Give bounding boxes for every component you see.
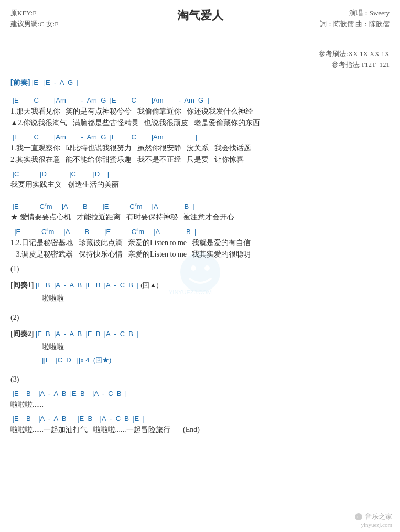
outro-chords1: |E B |A - A B |E B |A - C B |	[10, 389, 390, 399]
verse1-block1: |E C |Am - Am G |E C |Am - Am G | 1.那天我看…	[10, 95, 390, 129]
interlude2-section: [间奏2] |E B |A - A B |E B |A - C B | 啦啦啦 …	[10, 327, 390, 367]
interlude2-lyric: 啦啦啦	[42, 343, 64, 351]
chorus-block1: |E C♯m |A B |E C♯m |A B | ★ 爱情要要点心机 才能拉近…	[10, 202, 390, 224]
strumming: 参考刷法:XX 1X XX 1X	[10, 49, 390, 60]
interlude1-lyric: 啦啦啦	[42, 294, 64, 302]
performer-info: 演唱：Sweety 詞：陈歆儒 曲：陈歆儒	[320, 8, 390, 30]
interlude2-repeat: ||E |C D ||x 4 (回★)	[42, 356, 111, 364]
spacer2	[10, 308, 390, 312]
footer-url: yinyuezj.com	[354, 522, 392, 528]
page: 原KEY:F 建议男调:C 女:F 淘气爱人 演唱：Sweety 詞：陈歆儒 曲…	[0, 0, 400, 532]
divider1	[10, 73, 390, 73]
chorus-chords1: |E C♯m |A B |E C♯m |A B |	[10, 202, 390, 212]
interlude1-label: [间奏1]	[10, 281, 34, 289]
spacer3	[10, 370, 390, 374]
header: 原KEY:F 建议男调:C 女:F 淘气爱人 演唱：Sweety 詞：陈歆儒 曲…	[10, 8, 390, 45]
footer-icon: ♪	[354, 513, 363, 521]
divider2	[10, 92, 390, 92]
footer-logo-text: 音乐之家	[365, 513, 392, 520]
chorus-star: ★ 爱情要要点心机 才能拉近距离 有时要保持神秘 被注意才会开心	[10, 212, 390, 223]
intro-label: [前奏]	[10, 78, 30, 86]
chorus-chords2: |E C♯m |A B |E C♯m |A B |	[10, 227, 390, 237]
original-key: 原KEY:F	[10, 8, 58, 19]
outro-lyric1: 啦啦啦......	[10, 399, 390, 411]
fingering: 参考指法:T12T_121	[10, 60, 390, 71]
interlude1-chords: |E B |A - A B |E B |A - C B |	[36, 281, 139, 289]
interlude2-label: [间奏2]	[10, 330, 34, 338]
verse1-block3: |C |D |C |D | 我要用实践主义 创造生活的美丽	[10, 169, 390, 191]
ref-info: 参考刷法:XX 1X XX 1X 参考指法:T12T_121	[10, 49, 390, 71]
chorus-note1: (1)	[10, 263, 390, 275]
verse1-chords2: |E C |Am - Am G |E C |Am |	[10, 132, 390, 142]
suggested-key: 建议男调:C 女:F	[10, 19, 58, 30]
interlude2-chords: |E B |A - A B |E B |A - C B |	[36, 330, 139, 338]
verse1-chords3: |C |D |C |D |	[10, 169, 390, 180]
verse1-lyrics1a: 1.那天我看见你 笑的是有点神秘兮兮 我偷偷靠近你 你还说我发什么神经	[10, 106, 390, 117]
svg-text:♪: ♪	[356, 515, 359, 519]
verse1-block2: |E C |Am - Am G |E C |Am | 1.我一直观察你 邱比特也…	[10, 132, 390, 165]
singer: 演唱：Sweety	[320, 8, 390, 19]
outro-block1: |E B |A - A B |E B |A - C B | 啦啦啦......	[10, 389, 390, 411]
lyricist: 詞：陈歆儒 曲：陈歆儒	[320, 19, 390, 30]
interlude1-section: [间奏1] |E B |A - A B |E B |A - C B | (回▲)…	[10, 279, 390, 305]
interlude1-line: [间奏1] |E B |A - A B |E B |A - C B | (回▲)	[10, 279, 390, 292]
interlude1-end: (回▲)	[140, 281, 159, 289]
note2: (2)	[10, 312, 390, 324]
outro-block2: |E B |A - A B |E B |A - C B |E | 啦啦啦....…	[10, 414, 390, 436]
footer: ♪ 音乐之家 yinyuezj.com	[354, 512, 392, 528]
verse1-lyrics2b: 2.其实我很在意 能不能给你甜蜜乐趣 我不是不正经 只是要 让你惊喜	[10, 154, 390, 165]
intro-section: [前奏] |E |E - A G |	[10, 77, 390, 88]
verse1-lyrics2a: 1.我一直观察你 邱比特也说我很努力 虽然你很安静 没关系 我会找话题	[10, 142, 390, 154]
chorus-lyrics1a: 1.2.日记是秘密基地 珍藏彼此点滴 亲爱的Listen to me 我就是爱的…	[10, 237, 390, 249]
outro-lyric2: 啦啦啦......一起加油打气 啦啦啦......一起冒险旅行 (End)	[10, 424, 390, 436]
verse1-lyrics1b: ▲2.你说我很淘气 满脑都是些古怪精灵 也说我很顽皮 老是爱偷藏你的东西	[10, 117, 390, 129]
note3: (3)	[10, 374, 390, 385]
key-info: 原KEY:F 建议男调:C 女:F	[10, 8, 58, 30]
chorus-lyrics1b: 3.调皮是秘密武器 保持快乐心情 亲爱的Listen to me 我其实爱的很聪…	[10, 249, 390, 260]
chorus-block2: |E C♯m |A B |E C♯m |A B | 1.2.日记是秘密基地 珍藏…	[10, 227, 390, 261]
intro-chords: |E |E - A G |	[32, 79, 79, 86]
outro-chords2: |E B |A - A B |E B |A - C B |E |	[10, 414, 390, 424]
verse1-lyrics3: 我要用实践主义 创造生活的美丽	[10, 179, 390, 191]
interlude2-line: [间奏2] |E B |A - A B |E B |A - C B |	[10, 327, 390, 340]
spacer1	[10, 194, 390, 198]
verse1-chords1: |E C |Am - Am G |E C |Am - Am G |	[10, 95, 390, 106]
